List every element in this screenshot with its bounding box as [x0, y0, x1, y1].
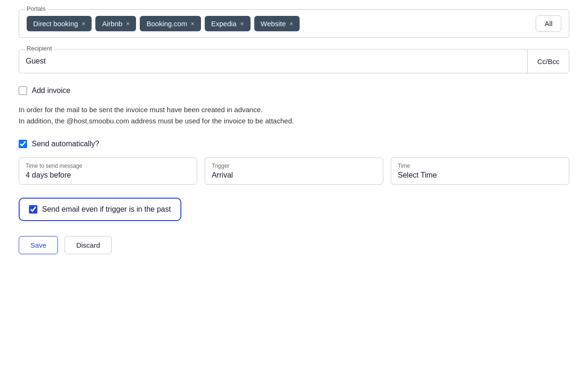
add-invoice-row: Add invoice	[19, 86, 569, 95]
send-automatically-checkbox[interactable]	[19, 140, 27, 148]
portal-tag-website[interactable]: Website ×	[254, 16, 300, 31]
portal-tag-airbnb-close[interactable]: ×	[126, 20, 130, 27]
portal-tag-expedia[interactable]: Expedia ×	[205, 16, 251, 31]
info-line2: In addition, the @host.smoobu.com addres…	[19, 115, 569, 127]
portal-tag-airbnb-label: Airbnb	[102, 20, 122, 28]
portal-tag-airbnb[interactable]: Airbnb ×	[95, 16, 136, 31]
actions-row: Save Discard	[19, 236, 569, 254]
recipient-section: Recipient Guest Cc/Bcc	[19, 49, 569, 73]
send-email-past-wrapper[interactable]: Send email even if trigger is in the pas…	[19, 198, 181, 221]
add-invoice-label[interactable]: Add invoice	[32, 86, 71, 95]
portal-tag-direct-close[interactable]: ×	[82, 20, 86, 27]
time-field[interactable]: Time Select Time	[391, 157, 569, 185]
trigger-value: Arrival	[212, 171, 376, 179]
time-to-send-value: 4 days before	[26, 171, 190, 179]
save-button[interactable]: Save	[19, 236, 58, 254]
portal-tag-booking-close[interactable]: ×	[191, 20, 194, 27]
send-automatically-label[interactable]: Send automatically?	[32, 140, 99, 148]
portals-inner: Direct booking × Airbnb × Booking.com × …	[27, 15, 561, 32]
info-line1: In order for the mail to be sent the inv…	[19, 104, 569, 115]
time-label: Time	[398, 163, 562, 169]
recipient-value: Guest	[19, 50, 527, 73]
info-text: In order for the mail to be sent the inv…	[19, 104, 569, 127]
portal-tag-website-close[interactable]: ×	[289, 20, 293, 27]
trigger-field[interactable]: Trigger Arrival	[205, 157, 383, 185]
add-invoice-checkbox[interactable]	[19, 86, 27, 95]
send-automatically-row: Send automatically?	[19, 140, 569, 148]
scheduling-fields: Time to send message 4 days before Trigg…	[19, 157, 569, 185]
portals-label: Portals	[25, 5, 47, 12]
portal-tag-website-label: Website	[261, 20, 286, 28]
send-email-past-checkbox[interactable]	[29, 205, 37, 214]
time-value: Select Time	[398, 171, 562, 179]
portal-tag-booking-label: Booking.com	[146, 20, 187, 28]
portal-tag-direct[interactable]: Direct booking ×	[27, 16, 92, 31]
portal-tags: Direct booking × Airbnb × Booking.com × …	[27, 16, 532, 31]
time-to-send-field[interactable]: Time to send message 4 days before	[19, 157, 197, 185]
time-to-send-label: Time to send message	[26, 163, 190, 169]
trigger-label: Trigger	[212, 163, 376, 169]
all-button[interactable]: All	[536, 15, 561, 32]
portal-tag-direct-label: Direct booking	[33, 20, 78, 28]
portal-tag-booking[interactable]: Booking.com ×	[140, 16, 201, 31]
cc-bcc-button[interactable]: Cc/Bcc	[527, 50, 569, 73]
recipient-label: Recipient	[25, 45, 54, 52]
portals-section: Portals Direct booking × Airbnb × Bookin…	[19, 9, 569, 38]
portal-tag-expedia-close[interactable]: ×	[240, 20, 244, 27]
send-email-past-label[interactable]: Send email even if trigger is in the pas…	[42, 205, 171, 214]
discard-button[interactable]: Discard	[65, 236, 112, 254]
portal-tag-expedia-label: Expedia	[211, 20, 237, 28]
